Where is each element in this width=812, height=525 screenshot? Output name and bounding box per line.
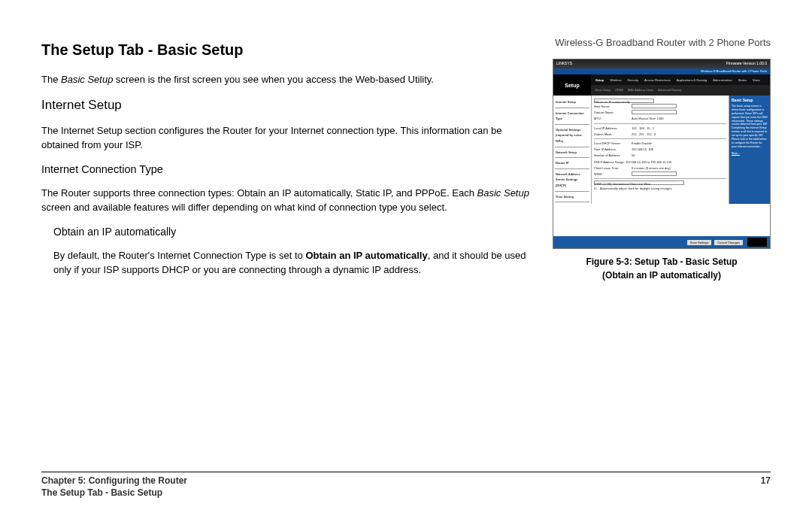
sb-internet-setup: Internet Setup — [555, 97, 589, 108]
fld-conn-type: Obtain an IP automatically — [594, 99, 654, 103]
content-column: The Setup Tab - Basic Setup The Basic Se… — [41, 41, 538, 288]
cisco-logo — [747, 238, 767, 247]
lbl-lease: Client Lease Time: — [594, 165, 629, 171]
fld-hostname — [632, 104, 677, 108]
product-header: Wireless-G Broadband Router with 2 Phone… — [555, 37, 771, 48]
screenshot-form-area: Obtain an IP automatically Host Name: Do… — [591, 96, 729, 204]
cancel-changes-btn: Cancel Changes — [714, 240, 743, 245]
p4-pre: By default, the Router's Internet Connec… — [53, 250, 305, 261]
screenshot-brand-bar: LINKSYS Firmware Version 1.00.0 — [553, 59, 770, 68]
help-more-link: More... — [732, 152, 768, 156]
screenshot-help-panel: Basic Setup The basic setup screen is wh… — [729, 96, 770, 204]
internet-setup-text: The Internet Setup section configures th… — [41, 123, 538, 153]
footer-page-number: 17 — [761, 475, 771, 486]
intro-paragraph: The Basic Setup screen is the first scre… — [41, 72, 538, 87]
p3-pre: The Router supports three connection typ… — [41, 187, 477, 199]
lbl-wins: WINS: — [594, 171, 629, 177]
val-dhcp: Enable Disable — [632, 141, 652, 146]
subtab-ddns: DDNS — [615, 89, 623, 92]
subtab-mac: MAC Address Clone — [628, 89, 653, 92]
caption-line2: (Obtain an IP automatically) — [602, 270, 721, 281]
val-range: DHCP Address Range: 192.168.15.100 to 19… — [594, 159, 671, 165]
tab-voice: Voice — [753, 78, 760, 82]
val-subnet: 255 . 255 . 255 . 0 — [632, 132, 656, 137]
mtu-opts: Auto Manual Size: 1500 — [632, 116, 663, 121]
page-title: The Setup Tab - Basic Setup — [41, 41, 538, 59]
section-internet-setup: Internet Setup — [41, 98, 538, 113]
p3-em: Basic Setup — [477, 187, 529, 199]
lbl-local-ip: Local IP Address: — [594, 126, 629, 131]
tab-access: Access Restrictions — [644, 78, 671, 82]
lbl-subnet: Subnet Mask: — [594, 132, 629, 137]
screenshot-subtabs: Basic Setup DDNS MAC Address Clone Advan… — [591, 85, 770, 96]
tab-security: Security — [627, 78, 638, 82]
screenshot-model-bar: Wireless-G Broadband Router with 2 Phone… — [553, 68, 770, 74]
sb-dhcp: Network Address Server Settings (DHCP) — [555, 169, 589, 192]
subtab-adv: Advanced Routing — [658, 89, 681, 92]
tab-setup: Setup — [595, 78, 604, 82]
val-num: 50 — [632, 153, 635, 158]
tab-admin: Administration — [713, 78, 732, 82]
firmware-label: Firmware Version 1.00.0 — [726, 61, 767, 67]
sb-time: Time Setting — [555, 192, 589, 203]
lbl-domain: Domain Name: — [594, 110, 629, 115]
subtab-basic: Basic Setup — [595, 89, 611, 92]
figure-screenshot: LINKSYS Firmware Version 1.00.0 Wireless… — [553, 59, 771, 282]
footer-chapter: Chapter 5: Configuring the Router — [41, 475, 187, 486]
footer-section: The Setup Tab - Basic Setup — [41, 487, 771, 498]
sb-router-ip: Router IP — [555, 158, 589, 169]
screenshot-footer: Save Settings Cancel Changes — [553, 236, 770, 248]
fld-wins — [632, 171, 677, 176]
help-title: Basic Setup — [732, 98, 768, 103]
lbl-hostname: Host Name: — [594, 104, 629, 109]
lbl-start-ip: Start IP Address: — [594, 147, 629, 152]
lbl-mtu: MTU: — [594, 116, 629, 121]
lbl-num: Number of Address: — [594, 153, 629, 158]
subsection-connection-type: Internet Connection Type — [41, 163, 538, 175]
val-lease: 0 minutes (0 means one day) — [632, 165, 671, 171]
fld-tz-check: ☑ — [594, 186, 597, 191]
subsub-obtain-ip: Obtain an IP automatically — [53, 226, 538, 238]
p3-post: screen and available features will diffe… — [41, 202, 447, 213]
fld-tz-check-label: Automatically adjust clock for daylight … — [600, 186, 671, 191]
obtain-ip-text: By default, the Router's Internet Connec… — [53, 248, 538, 278]
screenshot-tabs: Setup Wireless Security Access Restricti… — [591, 74, 770, 85]
screenshot-section-label: Setup — [553, 74, 591, 96]
fld-domain — [632, 110, 677, 114]
sb-conn-type: Internet Connection Type — [555, 108, 589, 125]
sb-network: Network Setup — [555, 147, 589, 159]
intro-post: screen is the first screen you see when … — [113, 74, 434, 85]
brand-logo: LINKSYS — [556, 61, 572, 67]
save-settings-btn: Save Settings — [687, 240, 712, 245]
lbl-dhcp: Local DHCP Server: — [594, 141, 629, 146]
intro-em: Basic Setup — [61, 74, 113, 85]
sb-optional: Optional Settings (required by some ISPs… — [555, 125, 589, 147]
screenshot-nav: Setup Setup Wireless Security Access Res… — [553, 74, 770, 96]
router-admin-screenshot: LINKSYS Firmware Version 1.00.0 Wireless… — [553, 59, 771, 249]
help-text: The basic setup screen is where basic co… — [732, 105, 768, 149]
connection-type-text: The Router supports three connection typ… — [41, 186, 538, 215]
intro-pre: The — [41, 74, 61, 85]
fld-tz: (GMT-12:00) International Date Line West — [594, 181, 684, 185]
val-local-ip: 192 . 168 . 15 . 1 — [632, 126, 654, 131]
footer-rule — [41, 472, 771, 472]
page-footer: Chapter 5: Configuring the Router 17 The… — [41, 472, 771, 498]
tab-apps: Applications & Gaming — [677, 78, 707, 82]
tab-wireless: Wireless — [610, 78, 621, 82]
figure-caption: Figure 5-3: Setup Tab - Basic Setup (Obt… — [553, 255, 771, 282]
caption-line1: Figure 5-3: Setup Tab - Basic Setup — [586, 256, 737, 267]
screenshot-sidebar: Internet Setup Internet Connection Type … — [553, 96, 591, 204]
p4-strong: Obtain an IP automatically — [305, 250, 427, 261]
val-start-ip: 192.168.15. 100 — [632, 147, 653, 152]
tab-status: Status — [738, 78, 747, 82]
